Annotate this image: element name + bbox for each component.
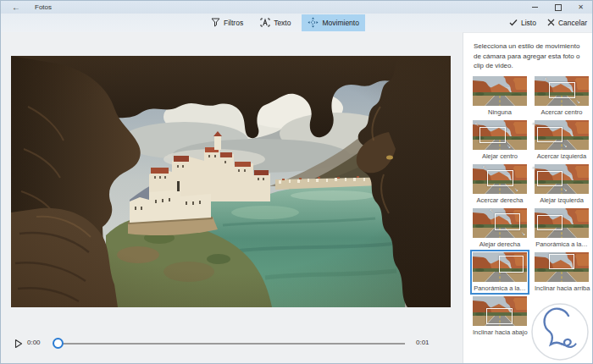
option-thumbnail [535, 208, 589, 238]
maximize-button[interactable] [546, 1, 569, 14]
option-label: Panorámica a la… [473, 284, 527, 292]
motion-frame-overlay [537, 127, 562, 142]
x-icon [547, 19, 555, 28]
option-thumbnail [473, 164, 527, 194]
option-panoramica-1[interactable]: Panorámica a la… [535, 208, 589, 248]
motion-frame-overlay [495, 213, 521, 230]
motion-frame-overlay [549, 82, 575, 98]
motion-frame-overlay [479, 127, 506, 143]
option-thumbnail [473, 120, 527, 150]
duration-time: 0:01 [416, 339, 430, 346]
option-label: Acercar izquierda [535, 152, 589, 160]
option-thumbnail [535, 120, 589, 150]
window-controls: ✕ [524, 1, 592, 14]
done-button[interactable]: Listo [509, 14, 536, 31]
minimize-button[interactable] [524, 1, 546, 14]
tab-movimiento-label: Movimiento [322, 19, 358, 27]
option-panoramica-2-selected[interactable]: Panorámica a la… [473, 252, 527, 292]
motion-icon [308, 17, 319, 30]
tab-filtros[interactable]: Filtros [205, 14, 249, 31]
option-label: Acercar derecha [473, 196, 527, 204]
done-label: Listo [521, 19, 536, 27]
toolbar-actions: Listo Cancelar [509, 14, 587, 31]
option-thumbnail [535, 164, 589, 194]
option-thumbnail [473, 76, 527, 106]
tab-movimiento[interactable]: Movimiento [302, 14, 364, 31]
motion-frame-overlay [486, 308, 513, 323]
motion-frame-overlay [499, 256, 524, 273]
back-arrow-icon[interactable]: ← [12, 3, 20, 12]
option-alejar-centro[interactable]: Alejar centro [473, 120, 527, 160]
titlebar: ← Fotos ✕ [1, 1, 592, 14]
panel-instruction: Selecciona un estilo de movimiento de cá… [463, 33, 593, 76]
motion-options-grid: Ninguna Acercar centro Alejar centro Ace… [463, 76, 593, 336]
option-thumbnail [473, 252, 527, 282]
option-thumbnail [535, 76, 589, 106]
option-thumbnail [473, 208, 527, 238]
toolbar: Filtros Texto Movimiento Listo [1, 14, 592, 32]
tab-texto[interactable]: Texto [254, 14, 296, 31]
option-acercar-izquierda[interactable]: Acercar izquierda [535, 120, 589, 160]
motion-frame-overlay [537, 171, 562, 186]
cancel-button[interactable]: Cancelar [547, 14, 587, 31]
close-button[interactable]: ✕ [569, 1, 592, 14]
option-label: Alejar izquierda [535, 196, 589, 204]
option-label: Inclinar hacia abajo [473, 328, 527, 336]
close-icon: ✕ [578, 4, 584, 11]
photo-canvas [11, 56, 451, 307]
option-alejar-derecha[interactable]: Alejar derecha [473, 208, 527, 248]
option-label: Acercar centro [535, 108, 589, 116]
motion-frame-overlay [549, 254, 574, 269]
option-inclinar-arriba[interactable]: Inclinar hacia arriba [535, 252, 589, 292]
cancel-label: Cancelar [558, 19, 587, 27]
option-label: Alejar derecha [473, 240, 527, 248]
option-inclinar-abajo[interactable]: Inclinar hacia abajo [473, 296, 527, 336]
photo-preview[interactable] [11, 56, 451, 307]
app-title: Fotos [35, 3, 52, 11]
option-label: Alejar centro [473, 152, 527, 160]
option-acercar-derecha[interactable]: Acercar derecha [473, 164, 527, 204]
minimize-icon [532, 7, 538, 8]
option-alejar-izquierda[interactable]: Alejar izquierda [535, 164, 589, 204]
timeline-thumb[interactable] [53, 338, 64, 349]
play-button[interactable] [14, 337, 25, 348]
timeline-track[interactable] [58, 343, 405, 345]
option-thumbnail [473, 296, 527, 326]
option-label: Panorámica a la… [535, 240, 589, 248]
option-label: Inclinar hacia arriba [535, 284, 589, 292]
photos-app-window: ← Fotos ✕ Filtros Texto [0, 0, 593, 364]
filter-icon [211, 18, 220, 29]
tab-filtros-label: Filtros [224, 19, 243, 27]
motion-frame-overlay [537, 215, 562, 230]
text-icon [260, 18, 270, 29]
motion-panel: Selecciona un estilo de movimiento de cá… [463, 32, 593, 364]
lightbulb-watermark-logo [529, 301, 590, 362]
option-ninguna[interactable]: Ninguna [473, 76, 527, 116]
elapsed-time: 0:00 [27, 339, 41, 346]
option-label: Ninguna [473, 108, 527, 116]
maximize-icon [555, 4, 562, 11]
check-icon [509, 19, 518, 28]
tab-texto-label: Texto [274, 19, 291, 27]
motion-frame-overlay [487, 170, 513, 186]
option-acercar-centro[interactable]: Acercar centro [535, 76, 589, 116]
edit-tabs: Filtros Texto Movimiento [205, 14, 365, 31]
option-thumbnail [535, 252, 589, 282]
